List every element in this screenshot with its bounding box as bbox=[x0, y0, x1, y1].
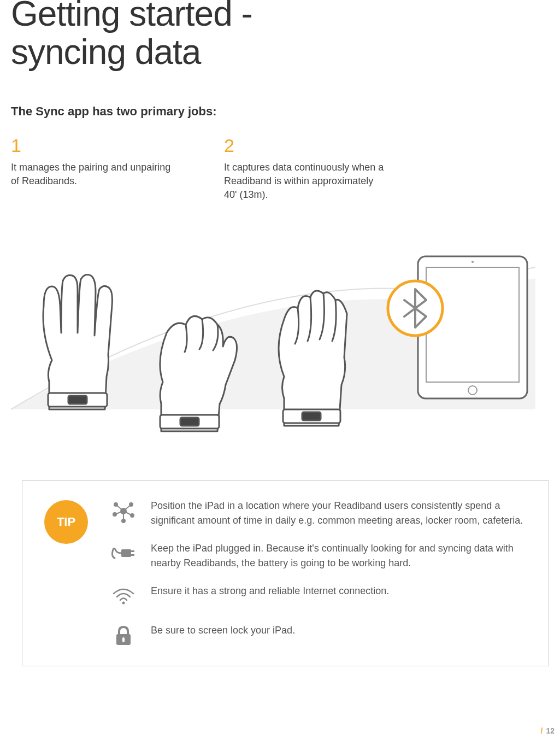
network-icon bbox=[110, 497, 137, 525]
tip-row: Position the iPad in a location where yo… bbox=[110, 497, 532, 528]
svg-rect-10 bbox=[302, 412, 321, 420]
svg-rect-1 bbox=[426, 267, 519, 382]
lock-icon bbox=[110, 622, 137, 649]
svg-point-25 bbox=[122, 602, 125, 605]
tip-row: Ensure it has a strong and reliable Inte… bbox=[110, 583, 532, 610]
job-1: 1 It manages the pairing and unpairing o… bbox=[11, 135, 175, 202]
job-number: 2 bbox=[224, 135, 388, 156]
tip-text: Ensure it has a strong and reliable Inte… bbox=[151, 583, 389, 599]
svg-rect-24 bbox=[130, 554, 134, 556]
svg-rect-27 bbox=[122, 637, 125, 642]
wifi-icon bbox=[110, 583, 137, 610]
title-line-1: Getting started - bbox=[11, 0, 252, 33]
svg-point-16 bbox=[121, 508, 126, 514]
subheading: The Sync app has two primary jobs: bbox=[11, 104, 560, 119]
svg-point-18 bbox=[129, 503, 133, 506]
svg-rect-6 bbox=[68, 396, 87, 404]
svg-point-20 bbox=[131, 514, 134, 517]
tip-row: Be sure to screen lock your iPad. bbox=[110, 622, 532, 649]
tip-row: Keep the iPad plugged in. Because it's c… bbox=[110, 540, 532, 571]
page-number: /12 bbox=[541, 726, 555, 735]
sync-illustration bbox=[11, 224, 535, 442]
svg-point-19 bbox=[113, 513, 116, 516]
svg-rect-22 bbox=[121, 549, 131, 557]
tip-text: Position the iPad in a location where yo… bbox=[151, 497, 532, 528]
job-text: It captures data continuously when a Rea… bbox=[224, 161, 388, 202]
hand-icon bbox=[43, 275, 112, 409]
tip-text: Be sure to screen lock your iPad. bbox=[151, 622, 295, 638]
bluetooth-icon bbox=[388, 281, 443, 336]
job-2: 2 It captures data continuously when a R… bbox=[224, 135, 388, 202]
plug-icon bbox=[110, 540, 137, 567]
job-text: It manages the pairing and unpairing of … bbox=[11, 161, 175, 188]
svg-point-3 bbox=[471, 261, 474, 263]
title-line-2: syncing data bbox=[11, 32, 201, 72]
svg-point-21 bbox=[122, 519, 125, 523]
jobs-list: 1 It manages the pairing and unpairing o… bbox=[11, 135, 560, 202]
tip-badge: TIP bbox=[44, 500, 88, 544]
tip-text: Keep the iPad plugged in. Because it's c… bbox=[151, 540, 532, 571]
tip-list: Position the iPad in a location where yo… bbox=[110, 497, 532, 649]
tip-box: TIP bbox=[22, 480, 549, 666]
page-number-value: 12 bbox=[546, 726, 555, 735]
svg-rect-23 bbox=[130, 550, 134, 552]
svg-point-17 bbox=[114, 503, 117, 506]
page-title: Getting started - syncing data bbox=[11, 0, 560, 72]
svg-rect-8 bbox=[180, 418, 199, 426]
job-number: 1 bbox=[11, 135, 175, 156]
hand-icon bbox=[279, 291, 347, 426]
